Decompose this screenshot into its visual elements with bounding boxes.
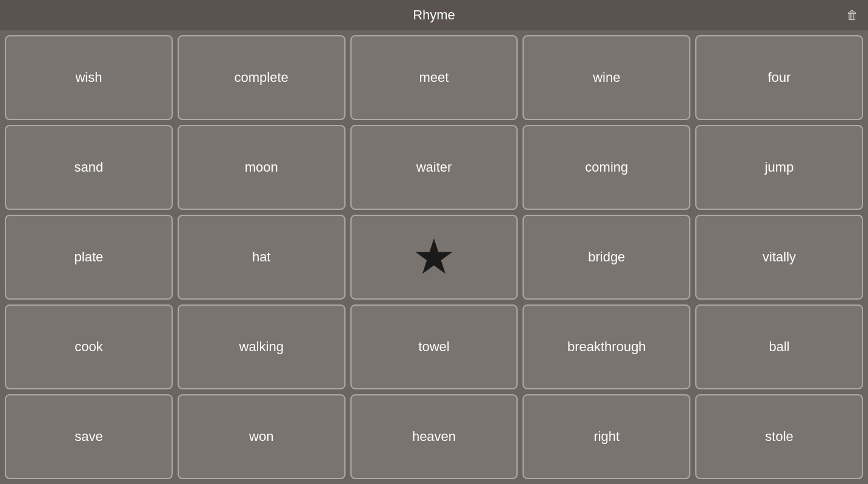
card-star[interactable]: ★ (350, 215, 518, 300)
card-label-right: right (593, 429, 619, 445)
card-walking[interactable]: walking (178, 304, 346, 389)
card-label-cook: cook (75, 339, 102, 355)
card-label-hat: hat (252, 249, 271, 265)
card-label-walking: walking (239, 339, 284, 355)
card-bridge[interactable]: bridge (522, 215, 690, 300)
page-title: Rhyme (413, 7, 455, 23)
card-coming[interactable]: coming (522, 125, 690, 210)
header: Rhyme 🗑 (0, 0, 868, 30)
card-label-save: save (75, 429, 102, 445)
card-moon[interactable]: moon (178, 125, 346, 210)
card-label-heaven: heaven (412, 429, 456, 445)
card-jump[interactable]: jump (695, 125, 863, 210)
card-wish[interactable]: wish (5, 35, 173, 120)
card-waiter[interactable]: waiter (350, 125, 518, 210)
card-towel[interactable]: towel (350, 304, 518, 389)
card-won[interactable]: won (178, 394, 346, 479)
card-ball[interactable]: ball (695, 304, 863, 389)
card-label-sand: sand (75, 160, 104, 175)
card-wine[interactable]: wine (522, 35, 690, 120)
card-label-won: won (249, 429, 273, 445)
card-vitally[interactable]: vitally (695, 215, 863, 300)
word-grid: wishcompletemeetwinefoursandmoonwaiterco… (0, 30, 868, 484)
card-meet[interactable]: meet (350, 35, 518, 120)
card-label-jump: jump (765, 160, 794, 175)
card-label-wine: wine (593, 70, 620, 86)
card-stole[interactable]: stole (695, 394, 863, 479)
card-label-waiter: waiter (416, 160, 452, 175)
star-icon: ★ (412, 233, 456, 281)
card-label-coming: coming (585, 160, 628, 175)
card-plate[interactable]: plate (5, 215, 173, 300)
card-label-breakthrough: breakthrough (567, 339, 646, 355)
card-label-bridge: bridge (588, 249, 625, 265)
card-cook[interactable]: cook (5, 304, 173, 389)
card-save[interactable]: save (5, 394, 173, 479)
card-complete[interactable]: complete (178, 35, 346, 120)
card-label-wish: wish (75, 70, 102, 86)
card-label-vitally: vitally (763, 249, 796, 265)
card-label-stole: stole (765, 429, 793, 445)
card-sand[interactable]: sand (5, 125, 173, 210)
card-label-towel: towel (418, 339, 449, 355)
card-breakthrough[interactable]: breakthrough (522, 304, 690, 389)
card-right[interactable]: right (522, 394, 690, 479)
card-label-meet: meet (419, 70, 449, 86)
card-heaven[interactable]: heaven (350, 394, 518, 479)
card-label-ball: ball (769, 339, 789, 355)
card-four[interactable]: four (695, 35, 863, 120)
card-label-four: four (768, 70, 791, 86)
card-hat[interactable]: hat (178, 215, 346, 300)
trash-icon[interactable]: 🗑 (846, 8, 858, 22)
card-label-complete: complete (235, 70, 289, 86)
card-label-plate: plate (75, 249, 104, 265)
card-label-moon: moon (245, 160, 278, 175)
